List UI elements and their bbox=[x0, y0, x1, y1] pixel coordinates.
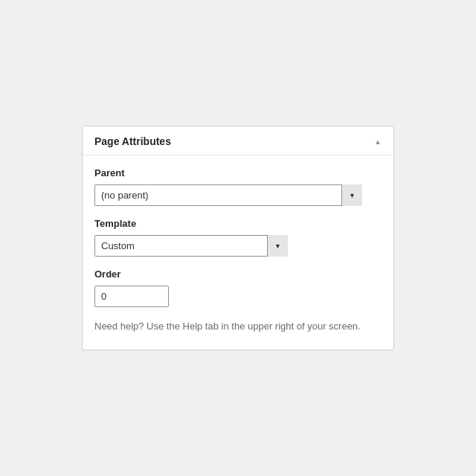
page-attributes-panel: Page Attributes ▲ Parent (no parent) Tem… bbox=[82, 126, 394, 350]
template-field-group: Template Custom bbox=[94, 218, 382, 257]
template-label: Template bbox=[94, 218, 382, 229]
template-select-wrapper: Custom bbox=[94, 235, 288, 257]
parent-field-group: Parent (no parent) bbox=[94, 167, 382, 206]
parent-select[interactable]: (no parent) bbox=[94, 184, 362, 206]
order-label: Order bbox=[94, 268, 382, 280]
panel-title: Page Attributes bbox=[94, 135, 171, 147]
parent-label: Parent bbox=[94, 167, 382, 178]
order-input[interactable] bbox=[94, 286, 169, 307]
panel-header: Page Attributes ▲ bbox=[83, 126, 393, 155]
template-select[interactable]: Custom bbox=[94, 235, 288, 257]
panel-body: Parent (no parent) Template Custom Order bbox=[83, 155, 393, 350]
collapse-icon[interactable]: ▲ bbox=[374, 138, 382, 146]
help-text: Need help? Use the Help tab in the upper… bbox=[94, 319, 382, 335]
parent-select-wrapper: (no parent) bbox=[94, 184, 362, 206]
order-field-group: Order bbox=[94, 268, 382, 307]
